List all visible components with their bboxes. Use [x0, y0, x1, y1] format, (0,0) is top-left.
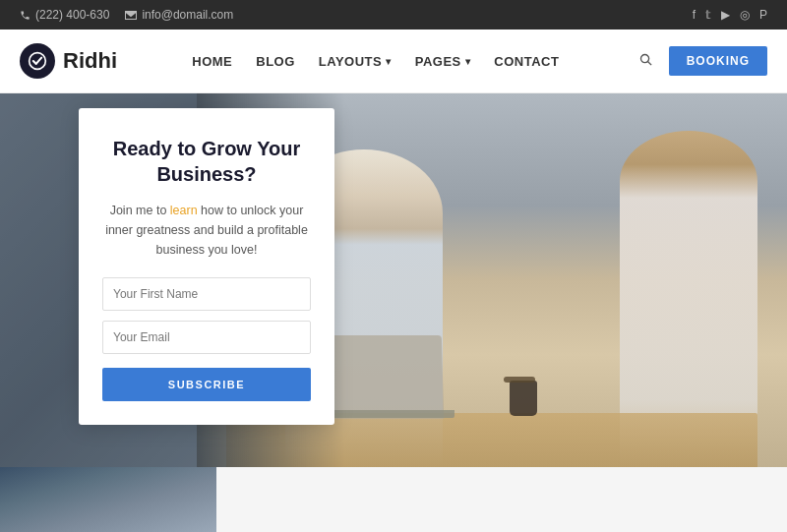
top-bar: (222) 400-630 info@domail.com f 𝕥 ▶ ◎ P [0, 0, 787, 30]
svg-line-2 [647, 62, 650, 65]
search-icon [638, 52, 653, 67]
form-title: Ready to Grow Your Business? [102, 136, 311, 187]
email-text: info@domail.com [142, 8, 233, 22]
search-button[interactable] [635, 48, 657, 74]
instagram-icon[interactable]: ◎ [740, 8, 750, 22]
main-nav: HOME BLOG LAYOUTS ▾ PAGES ▾ CONTACT [192, 54, 559, 69]
svg-point-1 [640, 55, 648, 63]
social-links: f 𝕥 ▶ ◎ P [693, 8, 767, 22]
hero-section: Ready to Grow Your Business? Join me to … [0, 93, 787, 467]
phone-info: (222) 400-630 [20, 8, 109, 22]
nav-contact[interactable]: CONTACT [494, 54, 559, 69]
logo-text: Ridhi [63, 48, 117, 74]
form-description: Join me to learn how to unlock your inne… [102, 201, 311, 260]
first-name-input[interactable] [102, 277, 311, 311]
email-icon [125, 11, 137, 20]
form-desc-highlight: learn [170, 204, 198, 217]
nav-blog[interactable]: BLOG [256, 54, 295, 69]
phone-icon [20, 10, 30, 21]
pages-dropdown-icon: ▾ [465, 56, 471, 67]
logo-icon [20, 43, 55, 79]
logo[interactable]: Ridhi [20, 43, 117, 79]
form-card: Ready to Grow Your Business? Join me to … [79, 108, 334, 425]
layouts-dropdown-icon: ▾ [386, 56, 392, 67]
twitter-icon[interactable]: 𝕥 [705, 8, 711, 22]
subscribe-button[interactable]: SUBSCRIBE [102, 368, 311, 401]
phone-text: (222) 400-630 [35, 8, 109, 22]
facebook-icon[interactable]: f [693, 8, 696, 22]
nav-pages[interactable]: PAGES ▾ [415, 54, 471, 69]
form-desc-start: Join me to [110, 204, 170, 217]
bottom-thumbnail [0, 467, 216, 532]
email-info: info@domail.com [125, 8, 233, 22]
header: Ridhi HOME BLOG LAYOUTS ▾ PAGES ▾ CONTAC… [0, 30, 787, 93]
top-bar-contacts: (222) 400-630 info@domail.com [20, 8, 233, 22]
nav-home[interactable]: HOME [192, 54, 232, 69]
bottom-image-inner [0, 467, 216, 532]
pinterest-icon[interactable]: P [759, 8, 767, 22]
bottom-section [0, 467, 787, 532]
email-input[interactable] [102, 321, 311, 354]
youtube-icon[interactable]: ▶ [721, 8, 730, 22]
checkmark-icon [28, 51, 47, 71]
booking-button[interactable]: BOOKING [669, 46, 767, 76]
nav-actions: BOOKING [635, 46, 767, 76]
nav-layouts[interactable]: LAYOUTS ▾ [319, 54, 392, 69]
